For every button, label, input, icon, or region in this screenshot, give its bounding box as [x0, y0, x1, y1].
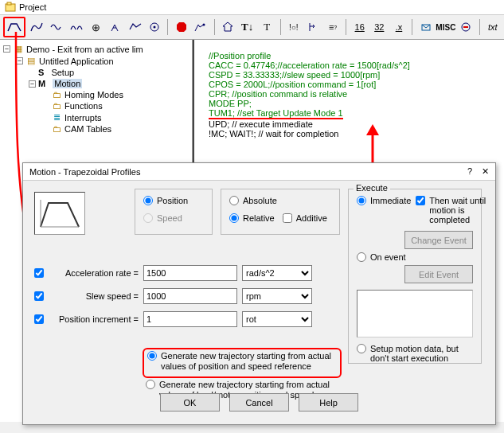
immediate-label: Immediate	[370, 196, 411, 205]
code-line: CSPD = 33.33333;//slew speed = 1000[rpm]	[209, 70, 410, 80]
svg-marker-10	[366, 124, 379, 135]
mode-group: Position Speed	[135, 189, 213, 235]
window-title-bar: Project	[0, 0, 504, 15]
position-radio[interactable]: Position	[143, 196, 204, 205]
homing-button[interactable]	[220, 18, 236, 36]
svg-marker-6	[223, 22, 232, 31]
code-line: CPR; //position command is relative	[209, 89, 410, 99]
code-line: CPOS = 2000L;//position command = 1[rot]	[209, 80, 410, 89]
dialog-help-icon[interactable]: ?	[467, 166, 472, 177]
edit-event-button: Edit Event	[404, 265, 473, 283]
free-text-button[interactable]: txt	[484, 18, 501, 36]
setup-only-radio[interactable]: Setup motion data, but don't start execu…	[357, 344, 473, 363]
arrow-up-icon	[361, 124, 385, 166]
gen-reference-radio[interactable]: Generate new trajectory starting from ac…	[147, 351, 337, 372]
position-label: Position	[157, 196, 188, 205]
accel-label: Acceleration rate =	[51, 268, 139, 278]
relative-label: Relative	[243, 213, 275, 223]
svg-rect-1	[7, 2, 11, 5]
event-list	[357, 290, 473, 337]
dialog-close-icon[interactable]: ✕	[482, 166, 489, 177]
slew-row: Slew speed = rpm	[31, 288, 312, 304]
absolute-label: Absolute	[243, 196, 277, 205]
absolute-radio[interactable]: Absolute	[229, 196, 331, 205]
project-icon	[5, 2, 16, 13]
gen1-label: Generate new trajectory starting from ac…	[161, 351, 337, 372]
svg-point-3	[154, 26, 156, 29]
accel-unit-select[interactable]: rad/s^2	[242, 265, 312, 281]
position-trigger-button[interactable]	[193, 18, 209, 36]
slew-label: Slew speed =	[51, 291, 139, 301]
dialog-title: Motion - Trapezoidal Profiles	[29, 167, 140, 177]
accel-check[interactable]	[34, 268, 44, 278]
io-button[interactable]: !○!	[286, 18, 303, 36]
code-line-highlighted: TUM1; //set Target Update Mode 1	[209, 108, 343, 119]
assign-button[interactable]: ≡?	[325, 18, 342, 36]
dialog-title-bar: Motion - Trapezoidal Profiles ? ✕	[23, 163, 495, 181]
data16-button[interactable]: 16	[351, 18, 368, 36]
time-button[interactable]: T	[259, 18, 275, 36]
jump-button[interactable]	[305, 18, 322, 36]
misc-button[interactable]: MISC	[437, 18, 455, 36]
accel-input[interactable]	[143, 265, 237, 281]
slew-check[interactable]	[34, 291, 44, 301]
dialog-buttons: OK Cancel Help	[23, 393, 495, 412]
additive-check[interactable]: Additive	[283, 213, 327, 223]
accel-row: Acceleration rate = rad/s^2	[31, 265, 312, 281]
trapezoidal-dialog: Motion - Trapezoidal Profiles ? ✕ Positi…	[22, 162, 496, 425]
wait-label: Then wait until motion is completed	[429, 196, 488, 224]
slew-input[interactable]	[143, 288, 237, 304]
help-button[interactable]: Help	[299, 393, 358, 412]
interrupt-button[interactable]	[458, 18, 475, 36]
ok-button[interactable]: OK	[160, 393, 220, 412]
relative-radio[interactable]: Relative	[229, 213, 275, 223]
float-button[interactable]: .x	[391, 18, 408, 36]
svg-marker-4	[177, 22, 186, 32]
setup-only-label: Setup motion data, but don't start execu…	[370, 344, 473, 363]
wait-check[interactable]: Then wait until motion is completed	[416, 196, 488, 224]
pos-row: Position increment = rot	[31, 311, 312, 327]
additive-label: Additive	[296, 213, 327, 223]
send-button[interactable]	[417, 18, 434, 36]
execute-group: Execute Immediate Then wait until motion…	[348, 189, 482, 364]
data32-button[interactable]: 32	[371, 18, 388, 36]
gen1-highlight: Generate new trajectory starting from ac…	[143, 348, 342, 378]
svg-point-5	[203, 24, 205, 26]
motor-button[interactable]	[147, 18, 163, 36]
on-event-label: On event	[370, 252, 406, 262]
change-event-button: Change Event	[404, 231, 473, 249]
slew-unit-select[interactable]: rpm	[242, 288, 312, 304]
speed-radio: Speed	[143, 213, 204, 223]
window-title: Project	[19, 2, 46, 12]
pos-input[interactable]	[143, 311, 237, 327]
code-line: MODE PP;	[209, 99, 410, 108]
speed-label: Speed	[157, 213, 182, 223]
pos-check[interactable]	[34, 314, 44, 324]
profile-preview-icon	[34, 192, 85, 235]
cancel-button[interactable]: Cancel	[229, 393, 289, 412]
dialog-body: Position Speed Absolute Relative Additiv…	[23, 181, 495, 419]
pos-unit-select[interactable]: rot	[242, 311, 312, 327]
on-event-radio[interactable]: On event	[357, 252, 473, 262]
code-line: //Position profile	[209, 51, 410, 60]
contour-button[interactable]: T↓	[239, 18, 256, 36]
pos-label: Position increment =	[51, 314, 139, 324]
immediate-radio[interactable]: Immediate	[357, 196, 411, 205]
code-line: CACC = 0.47746;//acceleration rate = 150…	[209, 60, 410, 70]
execute-legend: Execute	[354, 183, 390, 193]
stop-button[interactable]	[173, 18, 189, 36]
reference-group: Absolute Relative Additive	[221, 189, 340, 235]
